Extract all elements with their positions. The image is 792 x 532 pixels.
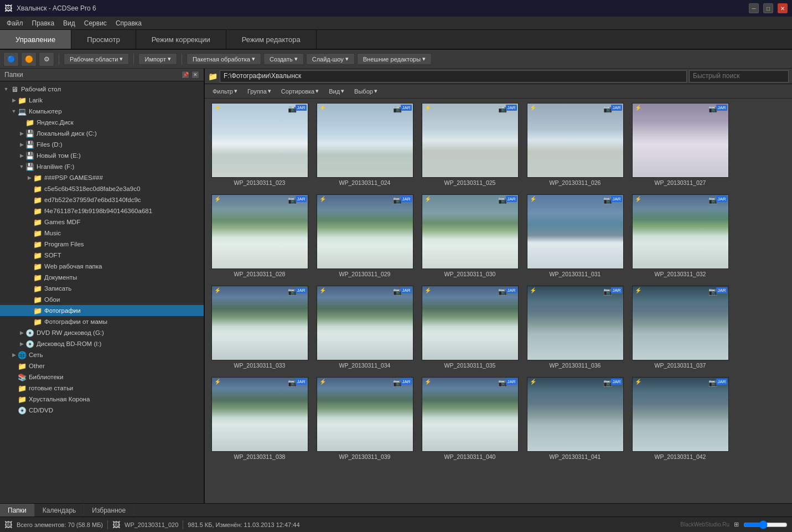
thumbnail-item[interactable]: ⚡ 📷 JAR WP_20130311_034 — [312, 283, 417, 375]
tab-favorites[interactable]: Избранное — [84, 504, 134, 516]
menu-view[interactable]: Вид — [59, 18, 80, 28]
thumbnail-item[interactable]: ⚡ 📷 JAR WP_20130311_023 — [207, 101, 312, 192]
tree-item[interactable]: 📁 f4e761187e19b9198b940146360a681 — [0, 205, 204, 216]
thumbnail-item[interactable]: ⚡ 📷 JAR WP_20130311_040 — [417, 375, 522, 466]
tree-item[interactable]: 📁 Записать — [0, 283, 204, 294]
thumbnail-item[interactable]: ⚡ 📷 JAR WP_20130311_037 — [628, 283, 733, 375]
tree-toggle-icon[interactable] — [25, 185, 33, 193]
thumbnail-item[interactable]: ⚡ 📷 JAR WP_20130311_026 — [522, 101, 628, 192]
select-button[interactable]: Выбор ▾ — [350, 86, 382, 96]
sidebar-pin-button[interactable]: 📌 — [182, 71, 189, 79]
tree-item[interactable]: 📁 Music — [0, 228, 204, 239]
tree-toggle-icon[interactable] — [10, 373, 18, 381]
tree-toggle-icon[interactable] — [25, 273, 33, 281]
tree-item[interactable]: ▶ 📁 ###PSP GAMES### — [0, 172, 204, 183]
tree-toggle-icon[interactable] — [25, 229, 33, 237]
tree-toggle-icon[interactable]: ▶ — [18, 340, 25, 348]
menu-edit[interactable]: Правка — [28, 18, 59, 28]
thumbnail-item[interactable]: ⚡ 📷 JAR WP_20130311_039 — [312, 375, 417, 466]
menu-help[interactable]: Справка — [111, 18, 146, 28]
tree-item[interactable]: ▶ 💿 Дисковод BD-ROM (I:) — [0, 338, 204, 349]
search-input[interactable]: Быстрый поиск — [689, 70, 789, 82]
tree-toggle-icon[interactable] — [25, 318, 33, 326]
tree-item[interactable]: 📁 Web рабочая папка — [0, 261, 204, 272]
tree-item[interactable]: ▶ 💿 DVD RW дисковод (G:) — [0, 327, 204, 338]
tree-item[interactable]: ▼ 🖥 Рабочий стол — [0, 84, 204, 95]
tree-toggle-icon[interactable] — [25, 218, 33, 226]
tree-toggle-icon[interactable]: ▶ — [18, 329, 25, 337]
tree-toggle-icon[interactable] — [25, 251, 33, 259]
tree-toggle-icon[interactable] — [10, 395, 18, 403]
tree-item[interactable]: ▶ 🌐 Сеть — [0, 349, 204, 360]
tree-toggle-icon[interactable] — [10, 362, 18, 370]
slideshow-button[interactable]: Слайд-шоу ▾ — [306, 53, 355, 65]
thumbnail-item[interactable]: ⚡ 📷 JAR WP_20130311_041 — [522, 375, 628, 466]
tree-toggle-icon[interactable]: ▶ — [18, 141, 25, 148]
thumbnail-item[interactable]: ⚡ 📷 JAR WP_20130311_032 — [628, 192, 733, 283]
tree-item[interactable]: ▶ 💾 Локальный диск (C:) — [0, 128, 204, 139]
tree-item[interactable]: 📁 Program Files — [0, 239, 204, 250]
tree-item[interactable]: 📁 Other — [0, 360, 204, 371]
external-editors-button[interactable]: Внешние редакторы ▾ — [357, 53, 432, 65]
sidebar-close-button[interactable]: ✕ — [191, 71, 199, 79]
tree-item[interactable]: 📁 Games MDF — [0, 216, 204, 228]
batch-button[interactable]: Пакетная обработка ▾ — [187, 53, 261, 65]
tree-toggle-icon[interactable]: ▼ — [2, 85, 10, 93]
filter-button[interactable]: Фильтр ▾ — [208, 86, 242, 96]
tree-toggle-icon[interactable] — [25, 262, 33, 270]
tree-toggle-icon[interactable]: ▶ — [25, 174, 33, 182]
tree-item[interactable]: 📁 Фотографии от мамы — [0, 316, 204, 327]
tree-toggle-icon[interactable] — [25, 285, 33, 292]
sort-button[interactable]: Сортировка ▾ — [277, 86, 323, 96]
thumbnail-item[interactable]: ⚡ 📷 JAR WP_20130311_024 — [312, 101, 417, 192]
tree-toggle-icon[interactable] — [25, 207, 33, 215]
view-button[interactable]: Вид ▾ — [324, 86, 349, 96]
tree-item[interactable]: 📁 SOFT — [0, 250, 204, 261]
menu-service[interactable]: Сервис — [80, 18, 111, 28]
tree-item[interactable]: 📚 Библиотеки — [0, 371, 204, 383]
toolbar-icon1[interactable]: 🔵 — [3, 52, 19, 66]
tree-item[interactable]: 📁 c5e5c6b45318ec0d8fabe2e3a9c0 — [0, 183, 204, 194]
thumbnail-item[interactable]: ⚡ 📷 JAR WP_20130311_030 — [417, 192, 522, 283]
minimize-button[interactable]: ─ — [749, 3, 759, 13]
tab-view[interactable]: Просмотр — [71, 30, 136, 49]
thumbnail-item[interactable]: ⚡ 📷 JAR WP_20130311_031 — [522, 192, 628, 283]
tree-item[interactable]: ▼ 💻 Компьютер — [0, 106, 204, 117]
tree-toggle-icon[interactable] — [25, 307, 33, 314]
tree-toggle-icon[interactable] — [25, 196, 33, 204]
tree-item[interactable]: 📁 ed7b522e37959d7e6bd3140fdc9c — [0, 194, 204, 205]
thumbnail-item[interactable]: ⚡ 📷 JAR WP_20130311_036 — [522, 283, 628, 375]
tab-folders[interactable]: Папки — [0, 504, 35, 516]
thumbnail-item[interactable]: ⚡ 📷 JAR WP_20130311_025 — [417, 101, 522, 192]
thumbnail-item[interactable]: ⚡ 📷 JAR WP_20130311_035 — [417, 283, 522, 375]
maximize-button[interactable]: □ — [763, 3, 773, 13]
create-button[interactable]: Создать ▾ — [263, 53, 304, 65]
thumbnail-item[interactable]: ⚡ 📷 JAR WP_20130311_029 — [312, 192, 417, 283]
thumbnail-item[interactable]: ⚡ 📷 JAR WP_20130311_028 — [207, 192, 312, 283]
path-input[interactable]: F:\Фотографии\Хвалынск — [220, 70, 687, 82]
tree-toggle-icon[interactable]: ▶ — [18, 152, 25, 159]
tree-item[interactable]: 📁 Яндекс.Диск — [0, 117, 204, 128]
tree-toggle-icon[interactable] — [10, 406, 18, 414]
tree-item[interactable]: ▶ 📁 Larik — [0, 95, 204, 106]
tree-item[interactable]: 💿 CD/DVD — [0, 405, 204, 416]
tree-toggle-icon[interactable]: ▼ — [10, 107, 18, 115]
tree-toggle-icon[interactable]: ▶ — [10, 96, 18, 104]
tree-toggle-icon[interactable]: ▶ — [18, 130, 25, 137]
tree-item[interactable]: ▶ 💾 Files (D:) — [0, 139, 204, 150]
menu-file[interactable]: Файл — [2, 18, 28, 28]
toolbar-icon3[interactable]: ⚙ — [39, 52, 54, 66]
thumbnail-item[interactable]: ⚡ 📷 JAR WP_20130311_038 — [207, 375, 312, 466]
tree-item[interactable]: ▶ 💾 Новый том (E:) — [0, 150, 204, 161]
thumbnail-item[interactable]: ⚡ 📷 JAR WP_20130311_033 — [207, 283, 312, 375]
close-button[interactable]: ✕ — [778, 3, 788, 13]
tree-item[interactable]: 📁 Обои — [0, 294, 204, 305]
thumbnail-item[interactable]: ⚡ 📷 JAR WP_20130311_042 — [628, 375, 733, 466]
tree-toggle-icon[interactable]: ▶ — [10, 351, 18, 359]
toolbar-icon2[interactable]: 🟠 — [21, 52, 37, 66]
tree-toggle-icon[interactable]: ▼ — [18, 163, 25, 171]
tree-item[interactable]: 📁 готовые статьи — [0, 383, 204, 394]
tab-calendar[interactable]: Календарь — [35, 504, 85, 516]
workspaces-button[interactable]: Рабочие области ▾ — [64, 53, 129, 65]
zoom-slider[interactable] — [743, 520, 788, 529]
